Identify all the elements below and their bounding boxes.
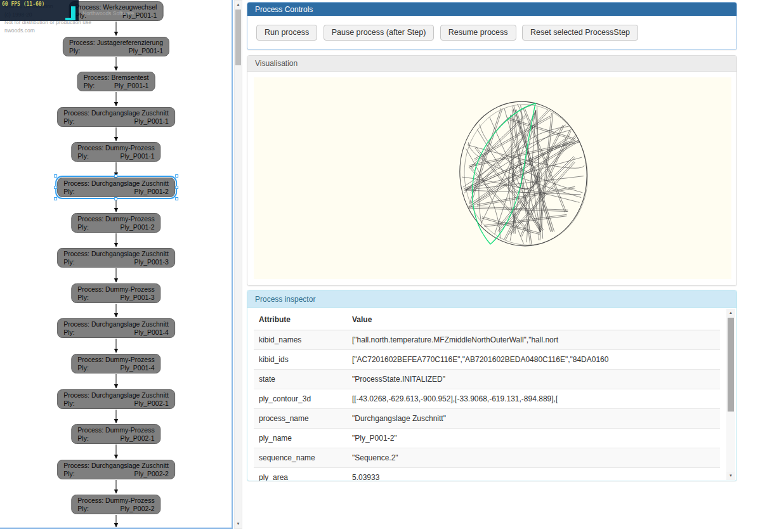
selection-handle[interactable]: [175, 197, 178, 200]
node-process-label: Process: Durchgangslage Zuschnitt: [63, 391, 169, 399]
scroll-up-icon[interactable]: ▲: [235, 1, 242, 9]
node-process-label: Process: Durchgangslage Zuschnitt: [63, 109, 169, 117]
node-ply-label: Ply:: [69, 47, 81, 55]
reset-processstep-button[interactable]: Reset selected ProcessStep: [522, 25, 638, 41]
fps-label: 60 FPS (11-60): [0, 0, 79, 7]
node-ply-value: Ply_P001-4: [134, 328, 169, 337]
scrollbar-thumb[interactable]: [728, 318, 734, 412]
attribute-cell: sequence_name: [254, 448, 347, 468]
node-process-label: Process: Dummy-Prozess: [77, 285, 154, 294]
value-cell: "Sequence.2": [347, 448, 720, 468]
process-node-selected[interactable]: Process: Durchgangslage ZuschnittPly:Ply…: [57, 178, 175, 197]
node-ply-label: Ply:: [77, 294, 89, 302]
attribute-cell: kibid_names: [254, 330, 347, 350]
node-ply-label: Ply:: [63, 258, 75, 266]
table-row: kibid_names["hall.north.temperature.MFZm…: [254, 330, 720, 350]
process-node[interactable]: Process: JustagereferenzierungPly:Ply_P0…: [63, 37, 169, 56]
scrollbar-thumb[interactable]: [235, 10, 241, 65]
scroll-down-icon[interactable]: ▼: [235, 520, 242, 528]
panel-title: Process Controls: [255, 5, 313, 14]
selection-handle[interactable]: [114, 197, 117, 200]
node-process-label: Process: Justagereferenzierung: [69, 39, 163, 47]
value-cell: [[-43.0268,-629.613,-900.952],[-33.9068,…: [347, 389, 720, 409]
scroll-down-icon[interactable]: ▼: [726, 472, 735, 480]
table-row: ply_area5.03933: [254, 468, 720, 481]
value-cell: "ProcessState.INITALIZED": [347, 370, 720, 389]
visualisation-body: [247, 72, 736, 285]
attribute-table: Attribute Value kibid_names["hall.north.…: [254, 309, 720, 481]
value-cell: ["AC7201602BEFEA770C116E","AB7201602BEDA…: [347, 350, 720, 370]
pause-process-button[interactable]: Pause process (after Step): [324, 25, 435, 41]
visualisation-panel: Visualisation: [247, 55, 737, 286]
process-node[interactable]: Process: Durchgangslage ZuschnittPly:Ply…: [57, 107, 175, 127]
watermark-line: nwoods.com: [4, 27, 91, 35]
node-ply-label: Ply:: [63, 117, 75, 126]
inspector-scrollbar[interactable]: ▲ ▼: [726, 309, 735, 480]
node-ply-label: Ply:: [63, 188, 75, 196]
attribute-cell: ply_contour_3d: [254, 389, 347, 409]
process-node[interactable]: Process: Dummy-ProzessPly:Ply_P002-1: [71, 424, 160, 444]
run-process-button[interactable]: Run process: [256, 25, 317, 41]
node-ply-value: Ply_P002-2: [120, 505, 154, 513]
process-node[interactable]: Process: Dummy-ProzessPly:Ply_P002-2: [71, 495, 160, 514]
table-header-row: Attribute Value: [254, 309, 720, 330]
panel-title: Visualisation: [255, 59, 298, 68]
visualisation-header: Visualisation: [247, 56, 736, 72]
selection-handle[interactable]: [175, 186, 178, 189]
process-node[interactable]: Process: Dummy-ProzessPly:Ply_P001-2: [71, 213, 160, 233]
node-ply-value: Ply_P001-1: [120, 152, 154, 160]
value-cell: ["hall.north.temperature.MFZmiddleNorthO…: [347, 330, 720, 350]
panel-title: Process inspector: [255, 295, 315, 304]
process-node[interactable]: Process: Durchgangslage ZuschnittPly:Ply…: [57, 460, 175, 479]
node-ply-value: Ply_P002-1: [134, 399, 169, 408]
column-header-value: Value: [347, 309, 720, 330]
attribute-cell: kibid_ids: [254, 350, 347, 370]
node-ply-label: Ply:: [63, 328, 75, 337]
node-ply-value: Ply_P002-2: [134, 470, 169, 478]
table-row: ply_contour_3d[[-43.0268,-629.613,-900.9…: [254, 389, 720, 409]
process-inspector-panel: Process inspector Attribute Value kibid_…: [247, 290, 737, 481]
node-ply-label: Ply:: [77, 434, 89, 443]
attribute-cell: process_name: [254, 409, 347, 429]
node-process-label: Process: Dummy-Prozess: [77, 356, 154, 364]
node-process-label: Process: Durchgangslage Zuschnitt: [63, 250, 169, 258]
watermark-line: Northwoods Software: [82, 10, 134, 16]
selection-handle[interactable]: [54, 186, 57, 189]
process-flow-diagram[interactable]: GoJS 1.8 evaluation (c) 1998-20 Not for …: [0, 0, 233, 529]
scroll-up-icon[interactable]: ▲: [726, 309, 735, 317]
node-ply-value: Ply_P001-4: [120, 364, 154, 372]
process-node[interactable]: Process: Durchgangslage ZuschnittPly:Ply…: [57, 389, 175, 409]
process-controls-body: Run process Pause process (after Step) R…: [247, 16, 736, 49]
process-node[interactable]: Process: Durchgangslage ZuschnittPly:Ply…: [57, 248, 175, 268]
node-ply-value: Ply_P002-1: [120, 434, 154, 443]
selection-handle[interactable]: [54, 174, 57, 178]
node-process-label: Process: Durchgangslage Zuschnitt: [63, 462, 169, 470]
process-node[interactable]: Process: BremsentestPly:Ply_P001-1: [77, 72, 155, 91]
node-ply-label: Ply:: [77, 364, 89, 372]
node-ply-value: Ply_P001-2: [120, 223, 154, 231]
diagram-scrollbar[interactable]: ▲ ▼: [234, 0, 242, 529]
node-ply-label: Ply:: [77, 152, 89, 160]
node-ply-label: Ply:: [63, 470, 75, 478]
node-process-label: Process: Durchgangslage Zuschnitt: [63, 320, 169, 328]
resume-process-button[interactable]: Resume process: [440, 25, 516, 41]
process-controls-header: Process Controls: [247, 3, 736, 16]
selection-handle[interactable]: [114, 174, 117, 178]
table-row: state"ProcessState.INITALIZED": [254, 370, 720, 389]
selection-handle[interactable]: [54, 197, 57, 200]
fps-meter: 60 FPS (11-60): [0, 0, 79, 21]
node-ply-value: Ply_P001-1: [129, 47, 163, 55]
node-ply-value: Ply_P001-3: [134, 258, 169, 266]
process-node[interactable]: Process: Dummy-ProzessPly:Ply_P001-3: [71, 283, 160, 303]
process-node[interactable]: Process: Durchgangslage ZuschnittPly:Ply…: [57, 318, 175, 338]
selection-handle[interactable]: [175, 174, 178, 178]
ply-wireframe-view[interactable]: [254, 77, 731, 279]
process-inspector-header: Process inspector: [247, 290, 736, 308]
attribute-cell: ply_area: [254, 468, 347, 481]
value-cell: 5.03933: [347, 468, 720, 481]
process-node[interactable]: Process: Dummy-ProzessPly:Ply_P001-4: [71, 354, 160, 373]
process-node[interactable]: Process: Dummy-ProzessPly:Ply_P001-1: [71, 142, 160, 162]
process-inspector-body: Attribute Value kibid_names["hall.north.…: [247, 308, 736, 481]
value-cell: "Ply_P001-2": [347, 429, 720, 448]
node-ply-value: Ply_P001-1: [114, 82, 148, 90]
